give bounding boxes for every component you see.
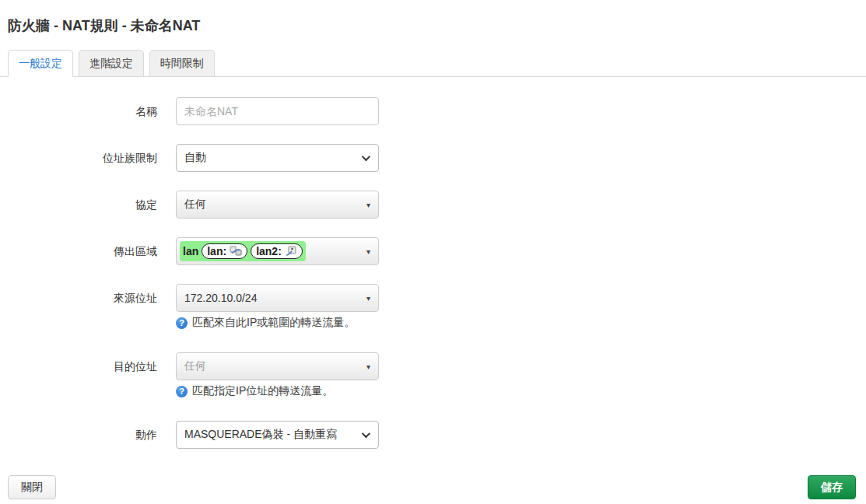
triangle-down-icon: ▾ (366, 201, 370, 209)
name-input[interactable] (176, 97, 379, 125)
chevron-down-icon (362, 152, 370, 161)
save-button[interactable]: 儲存 (808, 475, 856, 499)
source-address-help-text: 匹配來自此IP或範圍的轉送流量。 (192, 316, 355, 330)
source-address-dropdown[interactable]: 172.20.10.0/24 ▾ (176, 284, 379, 312)
nat-rule-form: 名稱 位址族限制 自動 協定 任何 ▾ 傳出區域 lan (0, 97, 866, 449)
row-protocol: 協定 任何 ▾ (0, 191, 866, 219)
destination-address-label: 目的位址 (0, 352, 176, 380)
action-label: 動作 (0, 421, 176, 449)
action-value: MASQUERADE偽裝 - 自動重寫 (184, 428, 337, 442)
help-icon: ? (176, 386, 188, 397)
tab-general-settings[interactable]: 一般設定 (8, 50, 73, 77)
triangle-down-icon: ▾ (366, 362, 370, 371)
footer-bar: 關閉 儲存 (0, 475, 866, 499)
action-select[interactable]: MASQUERADE偽裝 - 自動重寫 (176, 421, 379, 449)
address-family-label: 位址族限制 (0, 144, 176, 172)
destination-address-help: ? 匹配指定IP位址的轉送流量。 (176, 383, 379, 399)
name-label: 名稱 (0, 97, 176, 125)
chevron-down-icon (362, 429, 370, 438)
outbound-zone-dropdown[interactable]: lan lan: lan2: (176, 237, 379, 265)
row-name: 名稱 (0, 97, 866, 125)
triangle-down-icon: ▾ (366, 294, 370, 303)
row-action: 動作 MASQUERADE偽裝 - 自動重寫 (0, 421, 866, 449)
address-family-select[interactable]: 自動 (176, 144, 379, 172)
ethernet-switch-icon (230, 246, 242, 257)
zone-badge-lan: lan lan: lan2: (180, 241, 306, 261)
source-address-help: ? 匹配來自此IP或範圍的轉送流量。 (176, 315, 379, 331)
source-address-label: 來源位址 (0, 284, 176, 312)
tab-advanced-settings[interactable]: 進階設定 (79, 50, 144, 77)
destination-address-dropdown[interactable]: 任何 ▾ (176, 352, 379, 380)
interface-badge-lan: lan: (202, 243, 247, 259)
tab-bar: 一般設定 進階設定 時間限制 (0, 50, 866, 77)
interface-name: lan: (207, 245, 226, 257)
triangle-down-icon: ▾ (366, 247, 370, 256)
destination-address-help-text: 匹配指定IP位址的轉送流量。 (192, 384, 333, 398)
page-title: 防火牆 - NAT規則 - 未命名NAT (8, 16, 866, 35)
destination-address-value: 任何 (184, 359, 206, 373)
address-family-value: 自動 (184, 151, 206, 165)
interface-name: lan2: (256, 245, 282, 257)
row-source-address: 來源位址 172.20.10.0/24 ▾ ? 匹配來自此IP或範圍的轉送流量。 (0, 284, 866, 331)
protocol-value: 任何 (184, 198, 206, 212)
tab-time-restrictions[interactable]: 時間限制 (149, 50, 215, 77)
help-icon: ? (176, 317, 188, 329)
source-address-value: 172.20.10.0/24 (184, 292, 257, 304)
protocol-label: 協定 (0, 191, 176, 219)
protocol-dropdown[interactable]: 任何 ▾ (176, 191, 379, 219)
interface-badge-lan2: lan2: (251, 243, 303, 259)
row-destination-address: 目的位址 任何 ▾ ? 匹配指定IP位址的轉送流量。 (0, 352, 866, 399)
row-address-family: 位址族限制 自動 (0, 144, 866, 172)
zone-name: lan (183, 245, 198, 257)
close-button[interactable]: 關閉 (8, 475, 56, 499)
ethernet-port-icon (285, 246, 297, 257)
row-outbound-zone: 傳出區域 lan lan: (0, 237, 866, 265)
outbound-zone-label: 傳出區域 (0, 237, 176, 265)
